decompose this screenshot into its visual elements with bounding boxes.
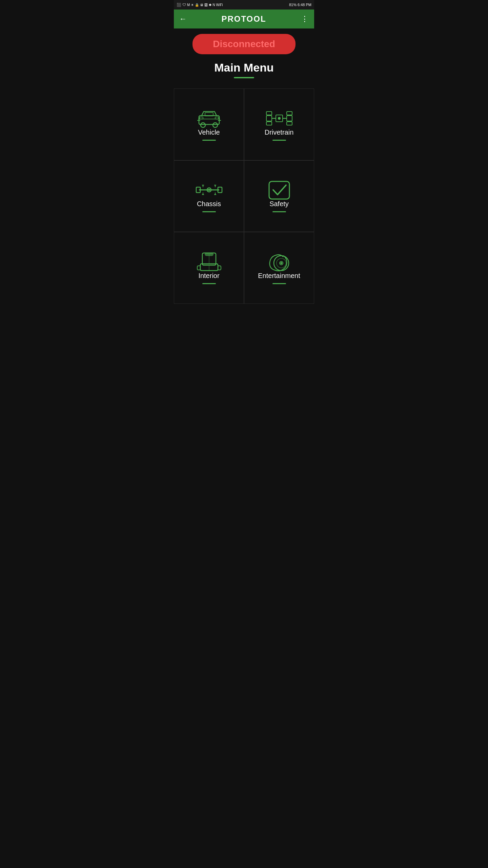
notification-icon: ⬛	[177, 3, 181, 7]
brightness-icon: ☀	[191, 3, 194, 7]
email-icon: M	[187, 3, 190, 7]
svg-point-1	[201, 123, 205, 127]
svg-point-43	[281, 262, 282, 264]
menu-item-entertainment[interactable]: ♪ Entertainment	[244, 232, 314, 304]
chassis-underline	[202, 211, 216, 212]
battery-level: 81%	[289, 3, 297, 7]
vehicle-icon	[196, 108, 223, 129]
chassis-label: Chassis	[197, 200, 221, 208]
wifi-icon: WiFi	[216, 3, 223, 7]
entertainment-label: Entertainment	[258, 272, 300, 280]
drivetrain-label: Drivetrain	[265, 129, 294, 136]
entertainment-icon: ♪	[266, 252, 293, 272]
status-right: 81% 6:48 PM	[289, 3, 311, 7]
drivetrain-icon	[266, 108, 293, 129]
nav-bar: ← PROTOOL ⋮	[174, 9, 314, 28]
interior-label: Interior	[198, 272, 219, 280]
svg-rect-36	[269, 181, 289, 199]
bluetooth-icon: ✱	[209, 3, 211, 7]
menu-grid: Vehicle	[174, 88, 314, 304]
entertainment-underline	[272, 283, 286, 284]
svg-rect-15	[266, 122, 272, 125]
drivetrain-underline	[272, 140, 286, 141]
safety-label: Safety	[269, 200, 289, 208]
interior-underline	[202, 283, 216, 284]
menu-item-drivetrain[interactable]: Drivetrain	[244, 88, 314, 160]
safety-underline	[272, 211, 286, 212]
svg-point-2	[213, 123, 218, 127]
menu-button[interactable]: ⋮	[301, 15, 309, 23]
interior-icon	[196, 252, 223, 272]
shield-icon: 🛡	[182, 3, 186, 7]
svg-rect-5	[200, 117, 203, 119]
title-divider	[234, 77, 254, 78]
app-title: PROTOOL	[221, 14, 266, 24]
menu-item-interior[interactable]: Interior	[174, 232, 244, 304]
svg-rect-17	[287, 122, 292, 125]
status-left: ⬛ 🛡 M ☀ 🔒 🖥 🖼 ✱ N WiFi	[177, 3, 223, 7]
network-icon: N	[212, 3, 215, 7]
back-button[interactable]: ←	[179, 15, 187, 23]
main-menu-title: Main Menu	[214, 61, 274, 74]
menu-item-safety[interactable]: Safety	[244, 160, 314, 232]
svg-rect-6	[215, 117, 219, 119]
time: 6:48 PM	[298, 3, 311, 7]
safety-icon	[266, 180, 293, 200]
connection-status-text: Disconnected	[213, 39, 275, 49]
svg-rect-10	[287, 116, 292, 121]
menu-item-vehicle[interactable]: Vehicle	[174, 88, 244, 160]
svg-point-27	[208, 189, 210, 191]
chassis-icon	[196, 180, 223, 200]
svg-rect-16	[287, 112, 292, 115]
menu-item-chassis[interactable]: Chassis	[174, 160, 244, 232]
image-icon: 🖼	[204, 3, 208, 7]
vehicle-label: Vehicle	[198, 129, 220, 136]
svg-rect-14	[266, 112, 272, 115]
connection-status-banner[interactable]: Disconnected	[192, 34, 296, 54]
status-bar: ⬛ 🛡 M ☀ 🔒 🖥 🖼 ✱ N WiFi 81% 6:48 PM	[174, 0, 314, 9]
vehicle-underline	[202, 140, 216, 141]
svg-rect-9	[266, 116, 272, 121]
main-content: Disconnected Main Menu Vehicle	[174, 28, 314, 304]
security-icon: 🔒	[195, 3, 199, 7]
monitor-icon: 🖥	[200, 3, 203, 7]
svg-point-22	[278, 117, 280, 119]
